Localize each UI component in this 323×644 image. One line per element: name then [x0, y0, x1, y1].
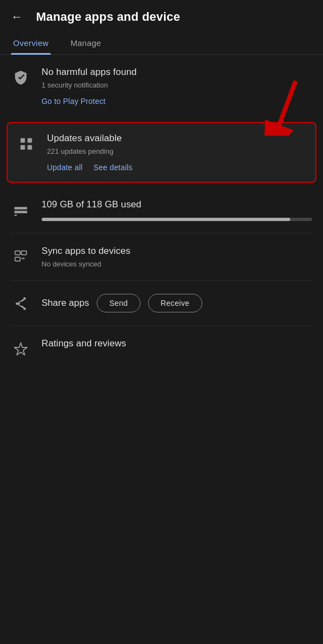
svg-rect-3: [27, 138, 32, 143]
share-section: Share apps Send Receive: [0, 281, 323, 326]
storage-title: 109 GB of 118 GB used: [42, 199, 312, 210]
star-icon: [11, 339, 31, 359]
shield-icon: [11, 68, 31, 88]
sync-content: Sync apps to devices No devices synced: [42, 246, 312, 268]
tab-manage[interactable]: Manage: [68, 32, 103, 54]
header: ← Manage apps and device: [0, 0, 323, 32]
svg-rect-6: [14, 207, 27, 210]
svg-rect-8: [14, 214, 17, 216]
svg-rect-2: [21, 138, 25, 143]
share-apps-label: Share apps: [42, 298, 89, 309]
svg-rect-4: [21, 145, 25, 149]
svg-rect-9: [15, 251, 20, 255]
storage-section: 109 GB of 118 GB used: [0, 187, 323, 233]
updates-annotation-wrapper: Updates available 221 updates pending Up…: [0, 122, 323, 183]
sync-title: Sync apps to devices: [42, 246, 312, 257]
updates-content: Updates available 221 updates pending Up…: [47, 133, 307, 172]
ratings-section: Ratings and reviews: [0, 326, 323, 371]
sync-section: Sync apps to devices No devices synced: [0, 234, 323, 280]
sync-subtitle: No devices synced: [42, 260, 312, 268]
updates-actions: Update all See details: [47, 163, 307, 172]
svg-line-1: [279, 81, 296, 125]
share-row-content: Share apps Send Receive: [42, 294, 312, 312]
svg-point-12: [16, 303, 19, 305]
storage-bar-fill: [42, 218, 290, 221]
storage-content: 109 GB of 118 GB used: [42, 199, 312, 221]
tab-bar: Overview Manage: [0, 32, 323, 55]
svg-rect-10: [21, 251, 26, 255]
go-to-play-protect-link[interactable]: Go to Play Protect: [42, 97, 105, 106]
share-icon: [11, 294, 31, 314]
storage-bar: [42, 218, 312, 221]
update-all-link[interactable]: Update all: [47, 163, 83, 172]
svg-rect-5: [27, 145, 32, 149]
ratings-content: Ratings and reviews: [42, 338, 312, 349]
svg-rect-11: [15, 257, 20, 261]
storage-icon: [11, 200, 31, 220]
page-title: Manage apps and device: [36, 10, 180, 24]
red-arrow-annotation: [263, 76, 312, 136]
svg-point-14: [24, 308, 26, 310]
tab-overview[interactable]: Overview: [11, 32, 51, 54]
updates-icon: [16, 134, 36, 154]
sync-icon: [11, 247, 31, 266]
send-button[interactable]: Send: [97, 294, 140, 312]
updates-subtitle: 221 updates pending: [47, 147, 307, 155]
svg-rect-7: [14, 211, 27, 213]
receive-button[interactable]: Receive: [148, 294, 202, 312]
svg-point-13: [24, 297, 26, 300]
back-button[interactable]: ←: [11, 10, 23, 24]
ratings-title: Ratings and reviews: [42, 338, 312, 349]
see-details-link[interactable]: See details: [93, 163, 132, 172]
